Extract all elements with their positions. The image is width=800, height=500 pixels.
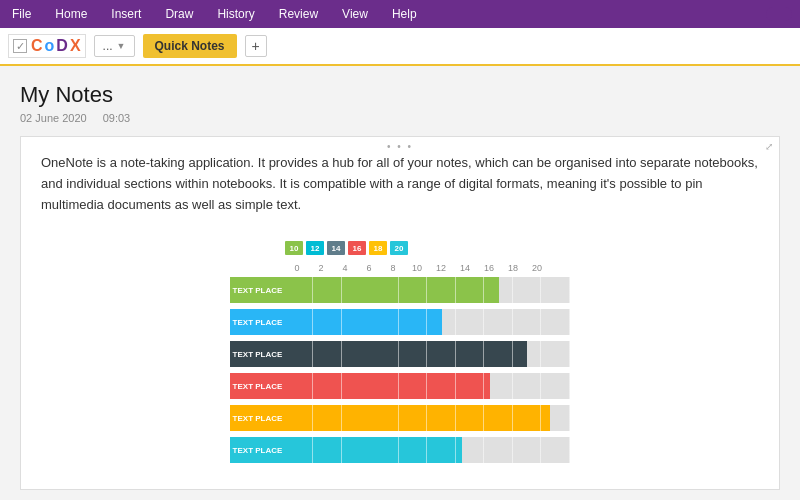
bar-label: TEXT PLACE [230, 277, 285, 303]
axis-label: 2 [309, 263, 333, 273]
legend-item: 20 [390, 241, 408, 255]
bar-row: TEXT PLACE [230, 405, 570, 431]
notebook-name: ... [103, 39, 113, 53]
page-title: My Notes [20, 82, 780, 108]
note-text: OneNote is a note-taking application. It… [41, 153, 759, 215]
bar-fill [285, 373, 490, 399]
legend-item: 18 [369, 241, 387, 255]
axis-label: 20 [525, 263, 549, 273]
bar-row: TEXT PLACE [230, 341, 570, 367]
axis-label: 6 [357, 263, 381, 273]
chart-axis: 02468101214161820 [230, 263, 570, 273]
axis-label: 16 [477, 263, 501, 273]
main-content: My Notes 02 June 2020 09:03 • • • ⤢ OneN… [0, 66, 800, 500]
bar-track [285, 405, 570, 431]
bar-fill [285, 341, 527, 367]
bar-label: TEXT PLACE [230, 405, 285, 431]
chart-legend: 101214161820 [230, 241, 570, 255]
logo: ✓ CoDX [8, 34, 86, 58]
legend-item: 14 [327, 241, 345, 255]
axis-label: 8 [381, 263, 405, 273]
axis-label: 14 [453, 263, 477, 273]
notebook-selector[interactable]: ... ▼ [94, 35, 135, 57]
bar-row: TEXT PLACE [230, 277, 570, 303]
toolbar: ✓ CoDX ... ▼ Quick Notes + [0, 28, 800, 66]
drag-handle: • • • [387, 141, 413, 152]
legend-item: 12 [306, 241, 324, 255]
bar-track [285, 277, 570, 303]
bar-track [285, 341, 570, 367]
bar-label: TEXT PLACE [230, 373, 285, 399]
legend-item: 10 [285, 241, 303, 255]
menu-file[interactable]: File [8, 5, 35, 23]
legend-item: 16 [348, 241, 366, 255]
bar-fill [285, 437, 462, 463]
bar-track [285, 437, 570, 463]
checkbox-icon: ✓ [13, 39, 27, 53]
page-meta: 02 June 2020 09:03 [20, 112, 780, 124]
bar-track [285, 309, 570, 335]
axis-label: 4 [333, 263, 357, 273]
bar-label: TEXT PLACE [230, 437, 285, 463]
menu-draw[interactable]: Draw [161, 5, 197, 23]
bar-row: TEXT PLACE [230, 309, 570, 335]
bar-fill [285, 309, 442, 335]
user-avatar[interactable] [766, 7, 792, 21]
bar-fill [285, 277, 499, 303]
chart-container: 101214161820 02468101214161820 TEXT PLAC… [230, 231, 570, 473]
logo-c: C [31, 37, 43, 55]
menu-bar: File Home Insert Draw History Review Vie… [0, 0, 800, 28]
chart-body: TEXT PLACETEXT PLACETEXT PLACETEXT PLACE… [230, 277, 570, 463]
logo-o: o [45, 37, 55, 55]
menu-insert[interactable]: Insert [107, 5, 145, 23]
bar-row: TEXT PLACE [230, 373, 570, 399]
add-tab-button[interactable]: + [245, 35, 267, 57]
bar-label: TEXT PLACE [230, 309, 285, 335]
axis-label: 18 [501, 263, 525, 273]
menu-view[interactable]: View [338, 5, 372, 23]
note-area[interactable]: • • • ⤢ OneNote is a note-taking applica… [20, 136, 780, 490]
page-time: 09:03 [103, 112, 131, 124]
quick-notes-button[interactable]: Quick Notes [143, 34, 237, 58]
bar-fill [285, 405, 550, 431]
chevron-down-icon: ▼ [117, 41, 126, 51]
bar-row: TEXT PLACE [230, 437, 570, 463]
axis-label: 0 [285, 263, 309, 273]
menu-history[interactable]: History [213, 5, 258, 23]
bar-track [285, 373, 570, 399]
resize-handle[interactable]: ⤢ [765, 141, 773, 152]
menu-help[interactable]: Help [388, 5, 421, 23]
menu-home[interactable]: Home [51, 5, 91, 23]
bar-label: TEXT PLACE [230, 341, 285, 367]
axis-label: 10 [405, 263, 429, 273]
logo-d: D [56, 37, 68, 55]
axis-label: 12 [429, 263, 453, 273]
logo-x: X [70, 37, 81, 55]
menu-review[interactable]: Review [275, 5, 322, 23]
logo-area: ✓ CoDX [8, 34, 86, 58]
page-date: 02 June 2020 [20, 112, 87, 124]
